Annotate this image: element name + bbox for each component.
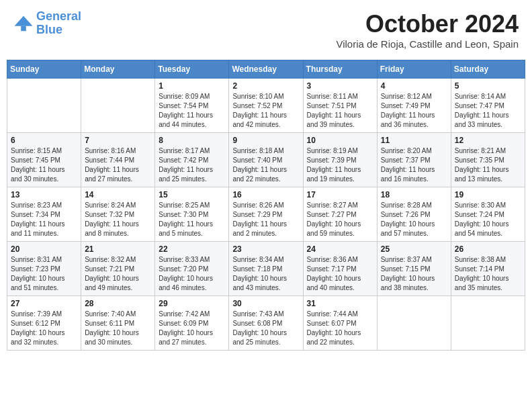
day-number: 24: [307, 244, 373, 254]
calendar-cell: 10Sunrise: 8:19 AM Sunset: 7:39 PM Dayli…: [303, 133, 377, 187]
day-number: 4: [381, 81, 447, 91]
day-info: Sunrise: 8:12 AM Sunset: 7:49 PM Dayligh…: [381, 92, 447, 130]
day-info: Sunrise: 8:31 AM Sunset: 7:23 PM Dayligh…: [11, 255, 77, 293]
day-of-week-header: Monday: [81, 60, 155, 79]
day-info: Sunrise: 8:36 AM Sunset: 7:17 PM Dayligh…: [307, 255, 373, 293]
day-number: 22: [159, 244, 225, 254]
calendar-week-row: 27Sunrise: 7:39 AM Sunset: 6:12 PM Dayli…: [7, 296, 525, 351]
logo-icon: [13, 13, 34, 34]
calendar-cell: [377, 296, 451, 351]
day-number: 17: [307, 190, 373, 199]
calendar-cell: 18Sunrise: 8:28 AM Sunset: 7:26 PM Dayli…: [377, 187, 451, 242]
calendar-table: SundayMondayTuesdayWednesdayThursdayFrid…: [7, 60, 525, 351]
calendar-cell: 23Sunrise: 8:34 AM Sunset: 7:18 PM Dayli…: [229, 242, 303, 296]
day-number: 23: [232, 244, 299, 254]
day-info: Sunrise: 7:39 AM Sunset: 6:12 PM Dayligh…: [11, 310, 77, 347]
day-info: Sunrise: 8:18 AM Sunset: 7:40 PM Dayligh…: [232, 146, 299, 184]
day-number: 3: [307, 81, 373, 91]
calendar-cell: 16Sunrise: 8:26 AM Sunset: 7:29 PM Dayli…: [229, 187, 303, 242]
day-number: 28: [85, 299, 151, 308]
calendar-week-row: 6Sunrise: 8:15 AM Sunset: 7:45 PM Daylig…: [7, 133, 525, 187]
day-info: Sunrise: 8:19 AM Sunset: 7:39 PM Dayligh…: [307, 146, 373, 184]
calendar-cell: 19Sunrise: 8:30 AM Sunset: 7:24 PM Dayli…: [451, 187, 525, 242]
day-number: 5: [455, 81, 521, 91]
day-number: 1: [159, 81, 225, 91]
day-of-week-header: Thursday: [303, 60, 377, 79]
day-number: 16: [232, 190, 299, 199]
day-number: 21: [85, 244, 151, 254]
day-number: 9: [232, 136, 299, 145]
calendar-cell: 1Sunrise: 8:09 AM Sunset: 7:54 PM Daylig…: [155, 79, 229, 133]
calendar-cell: 17Sunrise: 8:27 AM Sunset: 7:27 PM Dayli…: [303, 187, 377, 242]
day-info: Sunrise: 8:32 AM Sunset: 7:21 PM Dayligh…: [85, 255, 151, 293]
logo-line1: General: [36, 9, 81, 23]
day-of-week-header: Tuesday: [155, 60, 229, 79]
day-number: 8: [159, 136, 225, 145]
day-number: 29: [159, 299, 225, 308]
calendar-cell: 13Sunrise: 8:23 AM Sunset: 7:34 PM Dayli…: [7, 187, 81, 242]
day-number: 18: [381, 190, 447, 199]
day-number: 7: [85, 136, 151, 145]
day-info: Sunrise: 8:10 AM Sunset: 7:52 PM Dayligh…: [232, 92, 299, 130]
month-title: October 2024: [336, 10, 519, 38]
calendar-cell: 7Sunrise: 8:16 AM Sunset: 7:44 PM Daylig…: [81, 133, 155, 187]
calendar-week-row: 13Sunrise: 8:23 AM Sunset: 7:34 PM Dayli…: [7, 187, 525, 242]
day-number: 10: [307, 136, 373, 145]
calendar-cell: 26Sunrise: 8:38 AM Sunset: 7:14 PM Dayli…: [451, 242, 525, 296]
day-info: Sunrise: 8:27 AM Sunset: 7:27 PM Dayligh…: [307, 201, 373, 238]
day-info: Sunrise: 8:33 AM Sunset: 7:20 PM Dayligh…: [159, 255, 225, 293]
day-number: 30: [232, 299, 299, 308]
calendar-cell: 14Sunrise: 8:24 AM Sunset: 7:32 PM Dayli…: [81, 187, 155, 242]
calendar-cell: 25Sunrise: 8:37 AM Sunset: 7:15 PM Dayli…: [377, 242, 451, 296]
logo-text: General Blue: [36, 10, 81, 37]
day-number: 12: [455, 136, 521, 145]
day-info: Sunrise: 8:28 AM Sunset: 7:26 PM Dayligh…: [381, 201, 447, 238]
calendar-cell: 11Sunrise: 8:20 AM Sunset: 7:37 PM Dayli…: [377, 133, 451, 187]
location-subtitle: Viloria de Rioja, Castille and Leon, Spa…: [336, 38, 519, 50]
calendar-cell: 15Sunrise: 8:25 AM Sunset: 7:30 PM Dayli…: [155, 187, 229, 242]
calendar-week-row: 1Sunrise: 8:09 AM Sunset: 7:54 PM Daylig…: [7, 79, 525, 133]
logo: General Blue: [13, 10, 81, 37]
day-number: 2: [232, 81, 299, 91]
day-of-week-header: Friday: [377, 60, 451, 79]
calendar-header-row: SundayMondayTuesdayWednesdayThursdayFrid…: [7, 60, 525, 79]
day-info: Sunrise: 8:37 AM Sunset: 7:15 PM Dayligh…: [381, 255, 447, 293]
page-header: General Blue October 2024 Viloria de Rio…: [7, 7, 525, 53]
calendar-cell: [7, 79, 81, 133]
day-info: Sunrise: 7:43 AM Sunset: 6:08 PM Dayligh…: [232, 310, 299, 347]
day-number: 19: [455, 190, 521, 199]
calendar-cell: 31Sunrise: 7:44 AM Sunset: 6:07 PM Dayli…: [303, 296, 377, 351]
day-info: Sunrise: 8:23 AM Sunset: 7:34 PM Dayligh…: [11, 201, 77, 238]
day-of-week-header: Saturday: [451, 60, 525, 79]
day-number: 14: [85, 190, 151, 199]
day-info: Sunrise: 8:30 AM Sunset: 7:24 PM Dayligh…: [455, 201, 521, 238]
day-number: 25: [381, 244, 447, 254]
calendar-cell: 30Sunrise: 7:43 AM Sunset: 6:08 PM Dayli…: [229, 296, 303, 351]
day-number: 15: [159, 190, 225, 199]
calendar-cell: [451, 296, 525, 351]
day-info: Sunrise: 7:40 AM Sunset: 6:11 PM Dayligh…: [85, 310, 151, 347]
day-info: Sunrise: 8:15 AM Sunset: 7:45 PM Dayligh…: [11, 146, 77, 184]
logo-line2: Blue: [36, 23, 62, 36]
day-number: 26: [455, 244, 521, 254]
day-of-week-header: Sunday: [7, 60, 81, 79]
title-section: October 2024 Viloria de Rioja, Castille …: [336, 10, 519, 50]
calendar-cell: 3Sunrise: 8:11 AM Sunset: 7:51 PM Daylig…: [303, 79, 377, 133]
day-info: Sunrise: 8:25 AM Sunset: 7:30 PM Dayligh…: [159, 201, 225, 238]
calendar-cell: 27Sunrise: 7:39 AM Sunset: 6:12 PM Dayli…: [7, 296, 81, 351]
calendar-cell: 12Sunrise: 8:21 AM Sunset: 7:35 PM Dayli…: [451, 133, 525, 187]
day-info: Sunrise: 7:42 AM Sunset: 6:09 PM Dayligh…: [159, 310, 225, 347]
day-number: 20: [11, 244, 77, 254]
day-info: Sunrise: 8:34 AM Sunset: 7:18 PM Dayligh…: [232, 255, 299, 293]
day-number: 27: [11, 299, 77, 308]
calendar-cell: 28Sunrise: 7:40 AM Sunset: 6:11 PM Dayli…: [81, 296, 155, 351]
calendar-cell: 6Sunrise: 8:15 AM Sunset: 7:45 PM Daylig…: [7, 133, 81, 187]
calendar-cell: 4Sunrise: 8:12 AM Sunset: 7:49 PM Daylig…: [377, 79, 451, 133]
calendar-body: 1Sunrise: 8:09 AM Sunset: 7:54 PM Daylig…: [7, 79, 525, 351]
day-of-week-header: Wednesday: [229, 60, 303, 79]
day-info: Sunrise: 8:11 AM Sunset: 7:51 PM Dayligh…: [307, 92, 373, 130]
calendar-cell: 5Sunrise: 8:14 AM Sunset: 7:47 PM Daylig…: [451, 79, 525, 133]
calendar-cell: 29Sunrise: 7:42 AM Sunset: 6:09 PM Dayli…: [155, 296, 229, 351]
day-info: Sunrise: 7:44 AM Sunset: 6:07 PM Dayligh…: [307, 310, 373, 347]
calendar-cell: 9Sunrise: 8:18 AM Sunset: 7:40 PM Daylig…: [229, 133, 303, 187]
